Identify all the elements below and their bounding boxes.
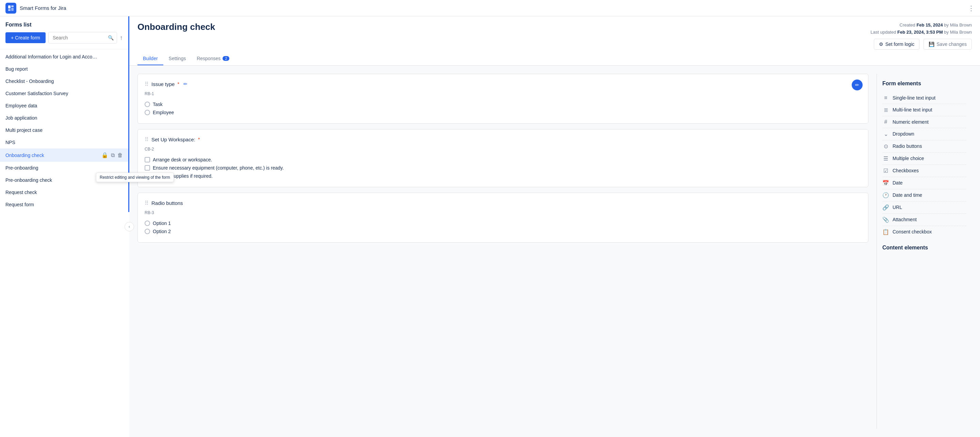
right-panel: Form elements ≡ Single-line text input ≣… — [877, 74, 972, 429]
form-canvas: ⠿ Issue type * ✏ RB-1 Task Employee ✏ ⠿ … — [137, 74, 869, 429]
radio-circle — [145, 101, 150, 107]
lock-icon[interactable]: 🔒 — [102, 152, 108, 158]
checkbox-option[interactable]: Arrange desk or workspace. — [145, 156, 861, 164]
checkbox-option[interactable]: Ensure necessary equipment (computer, ph… — [145, 164, 861, 172]
sidebar-item-pre-onboarding[interactable]: Pre-onboarding — [0, 162, 128, 174]
tab-responses[interactable]: Responses2 — [191, 52, 235, 65]
sidebar-header: Forms list + Create form 🔍 ↑ — [0, 16, 128, 49]
element-item-attachment[interactable]: 📎 Attachment — [882, 214, 966, 226]
element-item-dropdown[interactable]: ⌄ Dropdown — [882, 128, 966, 140]
upload-icon[interactable]: ↑ — [120, 34, 123, 41]
svg-rect-1 — [11, 5, 14, 7]
main-layout: Forms list + Create form 🔍 ↑ Additional … — [0, 16, 980, 437]
element-item-numeric[interactable]: # Numeric element — [882, 116, 966, 128]
radio-option[interactable]: Task — [145, 100, 861, 108]
tooltip: Restrict editing and viewing of the form — [96, 173, 174, 182]
element-item-radio[interactable]: ⊙ Radio buttons — [882, 140, 966, 153]
option-label: Arrange desk or workspace. — [153, 157, 212, 162]
element-item-date-time[interactable]: 🕐 Date and time — [882, 189, 966, 201]
main-content: Onboarding check Created Feb 15, 2024 by… — [129, 16, 980, 437]
delete-icon[interactable]: 🗑 — [118, 152, 123, 158]
sidebar-item-label: Job application — [5, 115, 37, 120]
element-icon-multi-line: ≣ — [882, 107, 889, 113]
elements-list: ≡ Single-line text input ≣ Multi-line te… — [882, 92, 966, 238]
card-edit-button[interactable]: ✏ — [852, 79, 862, 90]
copy-icon[interactable]: ⧉ — [111, 152, 115, 158]
sidebar-item-additional[interactable]: Additional Information for Login and Acc… — [0, 51, 128, 63]
svg-rect-2 — [8, 9, 11, 11]
logic-icon: ⚙ — [879, 41, 883, 47]
element-label: URL — [892, 204, 902, 210]
radio-option[interactable]: Option 1 — [145, 219, 861, 227]
tab-builder[interactable]: Builder — [137, 52, 163, 65]
element-label: Numeric element — [892, 119, 929, 125]
tab-settings[interactable]: Settings — [163, 52, 192, 65]
more-menu-icon[interactable]: ⋮ — [968, 4, 975, 12]
sidebar-item-label: Request check — [5, 190, 37, 195]
field-label: Radio buttons — [151, 200, 183, 206]
sidebar-item-request-form[interactable]: Request form — [0, 198, 128, 211]
radio-option[interactable]: Option 2 — [145, 227, 861, 236]
sidebar-item-label: Checklist - Onboarding — [5, 79, 54, 84]
sidebar-item-nps[interactable]: NPS — [0, 136, 128, 149]
element-icon-attachment: 📎 — [882, 217, 889, 223]
element-item-multiple-choice[interactable]: ☰ Multiple choice — [882, 153, 966, 165]
sidebar-item-label: Customer Satisfaction Survey — [5, 91, 68, 96]
element-item-checkboxes[interactable]: ☑ Checkboxes — [882, 165, 966, 177]
sidebar-item-request-check[interactable]: Request check — [0, 186, 128, 198]
field-code: CB-2 — [145, 147, 861, 152]
element-item-consent[interactable]: 📋 Consent checkbox — [882, 226, 966, 238]
save-changes-button[interactable]: 💾 Save changes — [924, 39, 972, 50]
sidebar-item-label: NPS — [5, 140, 15, 145]
option-label: Task — [153, 101, 163, 107]
element-item-url[interactable]: 🔗 URL — [882, 201, 966, 214]
form-card-header: ⠿ Set Up Workspace: * — [145, 136, 861, 143]
element-label: Radio buttons — [892, 143, 922, 149]
option-label: Ensure necessary equipment (computer, ph… — [153, 165, 284, 171]
required-marker: * — [177, 81, 179, 87]
sidebar-item-job-application[interactable]: Job application — [0, 112, 128, 124]
element-icon-consent: 📋 — [882, 229, 889, 235]
sidebar-item-label: Pre-onboarding — [5, 165, 38, 171]
radio-circle — [145, 229, 150, 234]
field-label: Issue type — [151, 81, 175, 87]
tab-label: Settings — [169, 56, 186, 61]
topbar-left: Smart Forms for Jira — [5, 3, 66, 14]
drag-handle-icon[interactable]: ⠿ — [145, 136, 149, 143]
sidebar-item-employee-data[interactable]: Employee data — [0, 100, 128, 112]
sidebar-item-label: Onboarding check — [5, 153, 44, 158]
sidebar-item-bug-report[interactable]: Bug report — [0, 63, 128, 75]
drag-handle-icon[interactable]: ⠿ — [145, 200, 149, 206]
element-icon-url: 🔗 — [882, 204, 889, 211]
element-item-multi-line[interactable]: ≣ Multi-line text input — [882, 104, 966, 116]
sidebar-item-multi-project[interactable]: Multi project case — [0, 124, 128, 136]
option-label: Employee — [153, 110, 174, 115]
collapse-sidebar-button[interactable]: ‹ — [124, 222, 134, 231]
set-form-logic-button[interactable]: ⚙ Set form logic — [874, 39, 920, 50]
form-card-card1: ⠿ Issue type * ✏ RB-1 Task Employee ✏ — [137, 74, 869, 124]
sidebar-title: Forms list — [5, 22, 123, 28]
sidebar-item-label: Bug report — [5, 66, 27, 72]
field-edit-icon[interactable]: ✏ — [183, 81, 188, 87]
sidebar-list: Additional Information for Login and Acc… — [0, 49, 128, 212]
tabs: BuilderSettingsResponses2 — [137, 52, 972, 65]
element-label: Attachment — [892, 217, 917, 222]
form-card-header: ⠿ Issue type * ✏ — [145, 81, 861, 87]
field-code: RB-3 — [145, 211, 861, 215]
element-item-single-line[interactable]: ≡ Single-line text input — [882, 92, 966, 104]
app-logo — [5, 3, 16, 14]
element-label: Date — [892, 180, 903, 185]
sidebar-item-checklist[interactable]: Checklist - Onboarding — [0, 75, 128, 87]
element-item-date[interactable]: 📅 Date — [882, 177, 966, 189]
create-form-button[interactable]: + Create form — [5, 32, 46, 43]
element-icon-date-time: 🕐 — [882, 192, 889, 198]
radio-option[interactable]: Employee — [145, 108, 861, 117]
meta-updated: Last updated Feb 23, 2024, 3:53 PM by Mi… — [870, 29, 972, 36]
search-input[interactable] — [48, 32, 117, 43]
sidebar-item-customer-satisfaction[interactable]: Customer Satisfaction Survey — [0, 87, 128, 100]
checkbox-option[interactable]: …itional supplies if required. — [145, 172, 861, 180]
sidebar-item-onboarding-check[interactable]: Onboarding check 🔒 ⧉ 🗑 — [0, 149, 128, 162]
drag-handle-icon[interactable]: ⠿ — [145, 81, 149, 87]
field-label: Set Up Workspace: — [151, 136, 195, 142]
element-icon-numeric: # — [882, 119, 889, 125]
